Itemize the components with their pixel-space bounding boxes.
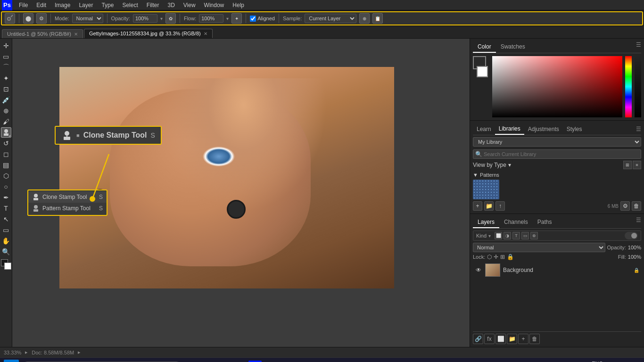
tab-adjustments[interactable]: Adjustments — [524, 124, 563, 134]
menu-3d[interactable]: 3D — [164, 1, 178, 9]
delete-layer-btn[interactable]: 🗑 — [529, 334, 540, 344]
tool-preset-btn[interactable] — [5, 13, 15, 24]
tab-layers[interactable]: Layers — [473, 217, 499, 228]
flyout-item-pattern-stamp[interactable]: Pattern Stamp Tool S — [28, 203, 107, 214]
layers-panel-menu[interactable]: ☰ — [636, 217, 641, 228]
photoshop-btn[interactable]: Ps — [246, 358, 264, 362]
brush-settings-btn[interactable]: ⚙ — [36, 13, 47, 24]
tool-brush[interactable]: 🖌 — [1, 116, 11, 127]
upload-lib-btn[interactable]: ↑ — [495, 201, 505, 211]
status-arrow[interactable]: ▸ — [25, 349, 28, 355]
lib-search[interactable]: 🔍 — [473, 149, 641, 159]
menu-type[interactable]: Type — [98, 1, 117, 9]
tab-swatches[interactable]: Swatches — [496, 41, 530, 53]
layer-background[interactable]: 👁 Background 🔒 — [473, 262, 641, 278]
menu-filter[interactable]: Filter — [143, 1, 163, 9]
tool-shape[interactable]: ▭ — [1, 225, 11, 235]
pattern-item[interactable] — [473, 180, 499, 199]
opacity-input[interactable] — [133, 14, 157, 23]
tool-type[interactable]: T — [1, 203, 11, 214]
tool-zoom[interactable]: 🔍 — [1, 247, 11, 257]
tool-eyedropper[interactable]: 💉 — [1, 95, 11, 105]
alpha-bar[interactable] — [635, 56, 641, 117]
tab-libraries[interactable]: Libraries — [495, 123, 524, 135]
menu-edit[interactable]: Edit — [33, 1, 50, 9]
color-gradient[interactable] — [492, 56, 622, 117]
tool-pen[interactable]: ✒ — [1, 192, 11, 203]
add-mask-btn[interactable]: ⬜ — [495, 334, 506, 344]
tool-gradient[interactable]: ▤ — [1, 160, 11, 170]
create-group-btn[interactable]: 📁 — [484, 201, 494, 211]
tool-path-select[interactable]: ↖ — [1, 214, 11, 224]
link-layers-btn[interactable]: 🔗 — [473, 334, 483, 344]
library-selector[interactable]: My Library — [473, 137, 641, 147]
aligned-checkbox[interactable]: Aligned — [250, 16, 275, 22]
lock-pixels-icon[interactable]: ⬡ — [487, 254, 492, 260]
tab-learn[interactable]: Learn — [473, 124, 495, 134]
menu-file[interactable]: File — [15, 1, 32, 9]
tool-magic-wand[interactable]: ✦ — [1, 73, 11, 83]
tool-stamp[interactable] — [1, 127, 11, 138]
lib-search-input[interactable] — [484, 151, 639, 157]
filter-shape-icon[interactable]: ▭ — [521, 232, 529, 239]
tool-crop[interactable]: ⊡ — [1, 84, 11, 94]
lock-all-icon[interactable]: 🔒 — [507, 254, 514, 260]
filter-type-icon[interactable]: T — [512, 232, 520, 239]
filter-toggle[interactable] — [625, 232, 638, 239]
background-swatch[interactable] — [477, 66, 488, 77]
menu-image[interactable]: Image — [51, 1, 74, 9]
tab-untitled[interactable]: Untitled-1 @ 50% (RGB/8#) ✕ — [2, 29, 83, 38]
tool-lasso[interactable]: ⌒ — [1, 62, 11, 73]
tool-eraser[interactable]: ◻ — [1, 149, 11, 159]
always-use-pressure-btn[interactable]: ✿ — [165, 13, 176, 24]
tab-channels[interactable]: Channels — [499, 217, 533, 228]
grid-view-btn[interactable]: ⊞ — [623, 161, 632, 169]
flyout-item-clone-stamp[interactable]: Clone Stamp Tool S — [28, 191, 107, 203]
layer-visibility-toggle[interactable]: 👁 — [475, 267, 482, 273]
tab-getty[interactable]: GettyImages-1012558334.jpg @ 33.3% (RGB/… — [84, 29, 213, 38]
add-fx-btn[interactable]: fx — [484, 334, 495, 344]
menu-window[interactable]: Window — [200, 1, 228, 9]
opacity-value[interactable]: 100% — [628, 245, 641, 250]
tool-marquee[interactable]: ▭ — [1, 51, 11, 62]
chrome-btn[interactable] — [226, 358, 244, 362]
lock-position-icon[interactable]: ✛ — [494, 254, 498, 260]
tool-history-brush[interactable]: ↺ — [1, 138, 11, 148]
color-panel-menu[interactable]: ☰ — [636, 41, 641, 53]
tool-move[interactable]: ✛ — [1, 41, 11, 51]
lock-artboard-icon[interactable]: ⊞ — [500, 254, 505, 260]
hue-bar[interactable] — [625, 56, 632, 117]
tool-hand[interactable]: ✋ — [1, 236, 11, 246]
menu-layer[interactable]: Layer — [75, 1, 97, 9]
list-view-btn[interactable]: ≡ — [633, 161, 641, 169]
airbrush-btn[interactable]: ✦ — [231, 13, 242, 24]
filter-pixel-icon[interactable]: ⬜ — [495, 232, 502, 239]
libraries-panel-menu[interactable]: ☰ — [636, 126, 641, 132]
tab-paths[interactable]: Paths — [533, 217, 557, 228]
clone-source-btn[interactable]: 📋 — [372, 13, 383, 24]
ignore-adjustment-btn[interactable]: ⊕ — [359, 13, 370, 24]
delete-lib-item-btn[interactable]: 🗑 — [632, 201, 641, 211]
start-button[interactable] — [4, 360, 19, 362]
foreground-color-swatch[interactable] — [1, 259, 11, 270]
canvas-area[interactable]: ■ Clone Stamp Tool S Clone Stamp Tool S … — [12, 39, 470, 347]
brush-size-btn[interactable]: ⬤ — [23, 13, 33, 24]
tool-healing[interactable]: ⊕ — [1, 106, 11, 116]
doc-size-expand[interactable]: ▸ — [78, 349, 81, 355]
tab-styles[interactable]: Styles — [563, 124, 586, 134]
canvas-image[interactable] — [59, 67, 394, 288]
patterns-section-header[interactable]: ▼ Patterns — [473, 172, 641, 178]
fill-value[interactable]: 100% — [628, 254, 641, 260]
filter-smart-icon[interactable]: ⊕ — [530, 232, 538, 239]
create-group-btn[interactable]: 📁 — [507, 334, 517, 344]
blend-mode-select[interactable]: Normal — [473, 243, 605, 252]
create-layer-btn[interactable]: + — [518, 334, 528, 344]
add-lib-item-btn[interactable]: + — [473, 201, 482, 211]
mode-select[interactable]: Normal — [72, 14, 103, 23]
view-by-type[interactable]: View by Type ▾ ⊞ ≡ — [473, 161, 641, 169]
tab-color[interactable]: Color — [473, 41, 496, 53]
sample-select[interactable]: Current Layer — [305, 14, 356, 23]
tab-close-getty[interactable]: ✕ — [204, 31, 207, 36]
task-view-btn[interactable] — [187, 358, 205, 362]
menu-view[interactable]: View — [180, 1, 199, 9]
